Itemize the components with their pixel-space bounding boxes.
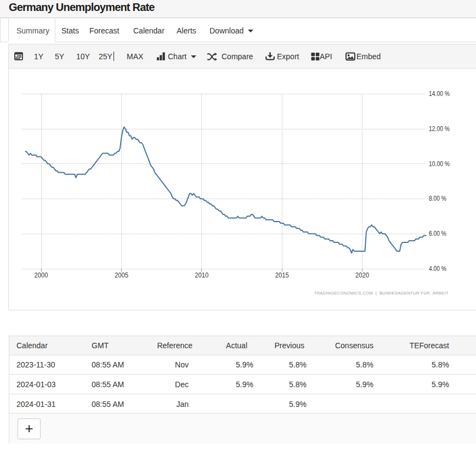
svg-text:TRADINGECONOMICS.COM | BUNDE: TRADINGECONOMICS.COM | BUNDESAGENTUR FÜR…	[314, 291, 449, 296]
svg-text:2005: 2005	[115, 271, 128, 279]
svg-text:2000: 2000	[35, 271, 48, 279]
svg-text:2010: 2010	[195, 271, 208, 279]
svg-text:8.00 %: 8.00 %	[429, 195, 446, 202]
svg-text:2020: 2020	[355, 271, 369, 279]
svg-text:14.00 %: 14.00 %	[429, 90, 450, 98]
svg-text:12.00 %: 12.00 %	[429, 125, 450, 133]
svg-text:2015: 2015	[275, 271, 289, 279]
svg-text:6.00 %: 6.00 %	[429, 230, 446, 237]
svg-text:4.00 %: 4.00 %	[429, 265, 446, 273]
svg-text:10.00 %: 10.00 %	[429, 160, 450, 168]
